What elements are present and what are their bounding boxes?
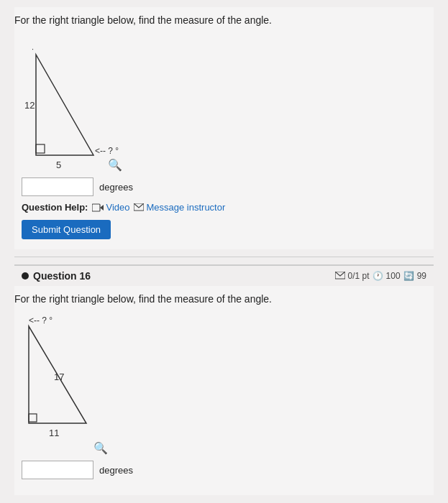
svg-text:·: ·: [32, 45, 34, 53]
q15-triangle-area: 12 5 <-- ? ° ·: [14, 33, 173, 177]
q15-help-label: Question Help:: [22, 202, 88, 213]
q16-header: Question 16 0/1 pt 🕐 100 🔄 99: [14, 264, 434, 286]
q15-input-row: degrees: [22, 177, 434, 196]
q15-triangle-svg: 12 5 <-- ? ° ·: [14, 33, 173, 177]
q16-bullet: [22, 272, 29, 280]
svg-text:<-- ? °: <-- ? °: [95, 146, 119, 156]
q16-attempts: 100: [386, 271, 401, 281]
svg-text:<-- ? °: <-- ? °: [29, 315, 52, 326]
video-icon: [92, 203, 104, 212]
q16-degrees-label: degrees: [99, 465, 133, 476]
question-15-block: For the right triangle below, find the m…: [14, 7, 434, 249]
svg-text:17: 17: [54, 372, 64, 382]
svg-marker-7: [100, 205, 104, 211]
svg-text:5: 5: [56, 160, 61, 170]
q15-question-help: Question Help: Video Message instructor: [22, 202, 434, 213]
divider-1: [14, 257, 434, 257]
q16-retry-icon: 🔄: [403, 271, 414, 281]
svg-marker-0: [36, 55, 93, 155]
q16-number-row: Question 16: [22, 270, 91, 282]
message-icon: [134, 203, 144, 212]
svg-text:11: 11: [49, 428, 59, 438]
q15-video-label: Video: [106, 202, 129, 213]
svg-rect-11: [29, 414, 37, 422]
question-16-block: For the right triangle below, find the m…: [14, 286, 434, 495]
q15-submit-button[interactable]: Submit Question: [22, 220, 111, 239]
svg-rect-6: [92, 204, 100, 211]
svg-text:12: 12: [24, 100, 35, 111]
q16-points-label: 0/1 pt: [348, 271, 370, 281]
q16-answer-input[interactable]: [22, 461, 93, 479]
q16-triangle-svg: 17 11 <-- ? °: [14, 312, 173, 445]
q16-retry-count: 99: [417, 271, 426, 281]
q15-message-label: Message instructor: [146, 202, 225, 213]
page-container: For the right triangle below, find the m…: [0, 0, 448, 502]
svg-rect-1: [36, 144, 45, 153]
q15-answer-input[interactable]: [22, 177, 93, 196]
q15-video-link[interactable]: Video: [92, 202, 129, 213]
q16-question-text: For the right triangle below, find the m…: [14, 293, 434, 305]
q16-triangle-area: 17 11 <-- ? °: [14, 312, 173, 456]
q16-check-icon: [335, 272, 345, 280]
q16-clock-icon: 🕐: [372, 271, 383, 281]
q16-meta: 0/1 pt 🕐 100 🔄 99: [335, 271, 426, 281]
q16-number-label: Question 16: [33, 270, 91, 282]
q15-degrees-label: degrees: [99, 182, 133, 193]
q15-question-text: For the right triangle below, find the m…: [14, 14, 434, 26]
q16-input-row: degrees: [22, 461, 434, 479]
q15-message-link[interactable]: Message instructor: [134, 202, 225, 213]
